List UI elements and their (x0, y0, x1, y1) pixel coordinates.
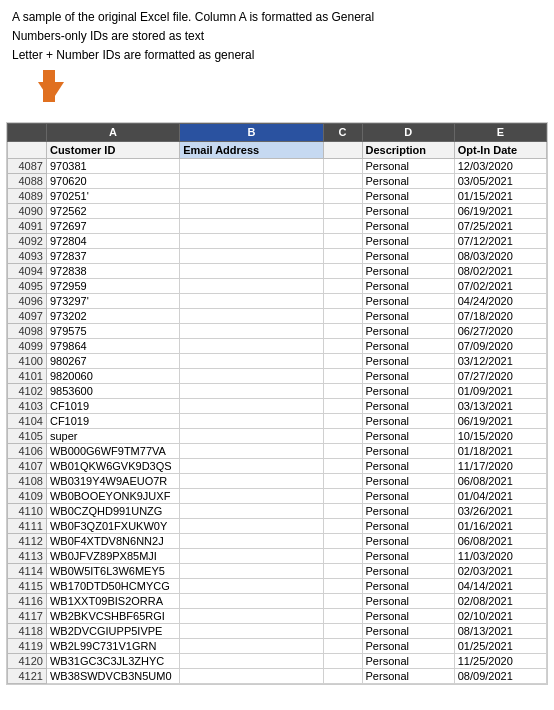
cell-customer-id: WB0JFVZ89PX85MJI (46, 548, 179, 563)
cell-row-num: 4114 (8, 563, 47, 578)
cell-row-num: 4088 (8, 173, 47, 188)
desc-line3: Letter + Number IDs are formatted as gen… (12, 46, 542, 65)
cell-optin-date: 11/25/2020 (454, 653, 546, 668)
cell-row-num: 4100 (8, 353, 47, 368)
desc-line2: Numbers-only IDs are stored as text (12, 27, 542, 46)
cell-optin-date: 06/27/2020 (454, 323, 546, 338)
cell-c (323, 413, 362, 428)
header-a: Customer ID (46, 141, 179, 158)
cell-email (180, 593, 323, 608)
cell-row-num: 4103 (8, 398, 47, 413)
table-row: 4100980267Personal03/12/2021 (8, 353, 547, 368)
cell-row-num: 4117 (8, 608, 47, 623)
cell-customer-id: 972837 (46, 248, 179, 263)
cell-email (180, 623, 323, 638)
cell-description: Personal (362, 608, 454, 623)
table-row: 4095972959Personal07/02/2021 (8, 278, 547, 293)
cell-c (323, 308, 362, 323)
cell-row-num: 4119 (8, 638, 47, 653)
cell-row-num: 4107 (8, 458, 47, 473)
cell-c (323, 338, 362, 353)
cell-row-num: 4092 (8, 233, 47, 248)
cell-customer-id: WB0BOOEYONK9JUXF (46, 488, 179, 503)
cell-optin-date: 03/26/2021 (454, 503, 546, 518)
cell-email (180, 608, 323, 623)
table-row: 4105superPersonal10/15/2020 (8, 428, 547, 443)
cell-email (180, 368, 323, 383)
cell-customer-id: 970251' (46, 188, 179, 203)
cell-optin-date: 01/18/2021 (454, 443, 546, 458)
table-row: 4109WB0BOOEYONK9JUXFPersonal01/04/2021 (8, 488, 547, 503)
cell-description: Personal (362, 473, 454, 488)
cell-optin-date: 04/24/2020 (454, 293, 546, 308)
cell-customer-id: 972562 (46, 203, 179, 218)
cell-customer-id: WB1XXT09BIS2ORRA (46, 593, 179, 608)
cell-customer-id: WB01QKW6GVK9D3QS (46, 458, 179, 473)
cell-optin-date: 04/14/2021 (454, 578, 546, 593)
cell-description: Personal (362, 443, 454, 458)
cell-email (180, 218, 323, 233)
header-c (323, 141, 362, 158)
cell-email (180, 173, 323, 188)
cell-description: Personal (362, 428, 454, 443)
cell-optin-date: 06/19/2021 (454, 203, 546, 218)
cell-email (180, 533, 323, 548)
cell-email (180, 323, 323, 338)
table-row: 4107WB01QKW6GVK9D3QSPersonal11/17/2020 (8, 458, 547, 473)
cell-c (323, 458, 362, 473)
cell-email (180, 518, 323, 533)
cell-description: Personal (362, 203, 454, 218)
cell-description: Personal (362, 518, 454, 533)
cell-row-num: 4101 (8, 368, 47, 383)
cell-c (323, 383, 362, 398)
cell-row-num: 4115 (8, 578, 47, 593)
cell-optin-date: 01/09/2021 (454, 383, 546, 398)
cell-description: Personal (362, 638, 454, 653)
cell-customer-id: WB0F3QZ01FXUKW0Y (46, 518, 179, 533)
cell-customer-id: 972959 (46, 278, 179, 293)
cell-c (323, 578, 362, 593)
cell-customer-id: WB0CZQHD991UNZG (46, 503, 179, 518)
cell-email (180, 233, 323, 248)
cell-row-num: 4099 (8, 338, 47, 353)
cell-c (323, 638, 362, 653)
cell-description: Personal (362, 338, 454, 353)
cell-email (180, 293, 323, 308)
cell-customer-id: super (46, 428, 179, 443)
cell-c (323, 488, 362, 503)
cell-email (180, 413, 323, 428)
cell-c (323, 593, 362, 608)
cell-description: Personal (362, 668, 454, 683)
arrow-container (0, 70, 554, 122)
table-row: 4113WB0JFVZ89PX85MJIPersonal11/03/2020 (8, 548, 547, 563)
cell-description: Personal (362, 653, 454, 668)
cell-c (323, 668, 362, 683)
table-row: 4104CF1019Personal06/19/2021 (8, 413, 547, 428)
table-row: 4117WB2BKVCSHBF65RGIPersonal02/10/2021 (8, 608, 547, 623)
cell-customer-id: WB170DTD50HCMYCG (46, 578, 179, 593)
col-header-d: D (362, 123, 454, 141)
cell-c (323, 473, 362, 488)
cell-customer-id: WB000G6WF9TM77VA (46, 443, 179, 458)
cell-row-num: 4111 (8, 518, 47, 533)
cell-customer-id: CF1019 (46, 413, 179, 428)
cell-optin-date: 01/16/2021 (454, 518, 546, 533)
cell-customer-id: 979575 (46, 323, 179, 338)
cell-email (180, 353, 323, 368)
cell-description: Personal (362, 413, 454, 428)
cell-email (180, 488, 323, 503)
cell-description: Personal (362, 233, 454, 248)
cell-customer-id: 972838 (46, 263, 179, 278)
cell-email (180, 578, 323, 593)
cell-row-num: 4106 (8, 443, 47, 458)
cell-row-num: 4108 (8, 473, 47, 488)
cell-c (323, 548, 362, 563)
cell-description: Personal (362, 158, 454, 173)
cell-optin-date: 08/13/2021 (454, 623, 546, 638)
cell-description: Personal (362, 533, 454, 548)
cell-email (180, 338, 323, 353)
cell-optin-date: 03/13/2021 (454, 398, 546, 413)
cell-c (323, 368, 362, 383)
table-row: 4092972804Personal07/12/2021 (8, 233, 547, 248)
cell-c (323, 353, 362, 368)
